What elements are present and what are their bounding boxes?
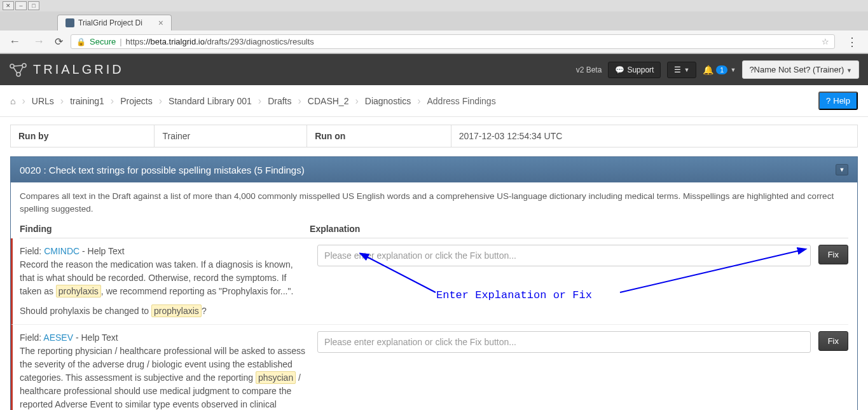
run-by-label: Run by [11,125,155,147]
secure-label: Secure [90,37,116,46]
field-link[interactable]: AESEV [43,332,73,343]
app-header: TRIALGRID v2 Beta 💬Support ☰▼ 🔔 1 ▼ ?Nam… [0,54,868,85]
tab-title: TrialGrid Project Di [78,18,142,27]
panel-body: Compares all text in the Draft against a… [11,182,857,410]
explanation-cell: Fix [317,245,848,318]
breadcrumb-item-active: Address Findings [427,96,495,106]
finding-row: Field: CMINDC - Help Text Record the rea… [11,238,848,325]
support-button[interactable]: 💬Support [608,62,661,78]
notifications-button[interactable]: 🔔 1 ▼ [703,65,736,75]
favicon-icon [65,18,74,27]
url-separator: | [120,37,121,46]
content-area: Run by Trainer Run on 2017-12-03 12:54:3… [0,125,868,410]
breadcrumb-item[interactable]: CDASH_2 [308,96,349,106]
tab-close-icon[interactable]: × [158,18,163,28]
breadcrumb-item[interactable]: training1 [70,96,104,106]
findings-header: Finding Explanation [20,224,848,238]
breadcrumb-sep: › [60,95,64,107]
finding-row: Field: AESEV - Help Text The reporting p… [11,325,848,411]
browser-chrome: ✕ – □ TrialGrid Project Di × ← → ⟳ 🔒 Sec… [0,0,868,54]
finding-text: Field: AESEV - Help Text The reporting p… [20,331,310,411]
address-bar: ← → ⟳ 🔒 Secure | https://beta.trialgrid.… [0,31,868,53]
svg-line-3 [13,67,17,73]
fix-button[interactable]: Fix [818,245,848,264]
panel-collapse-icon[interactable]: ▼ [836,164,848,175]
breadcrumb-item[interactable]: URLs [32,96,54,106]
explanation-cell: Fix [317,331,848,411]
window-close-icon[interactable]: ✕ [3,1,14,10]
list-icon: ☰ [674,65,681,74]
header-right: v2 Beta 💬Support ☰▼ 🔔 1 ▼ ?Name Not Set?… [576,60,859,79]
diagnostic-panel: 0020 : Check text strings for possible s… [10,156,858,410]
explanation-input[interactable] [317,331,811,353]
panel-header[interactable]: 0020 : Check text strings for possible s… [11,157,857,182]
breadcrumb-item[interactable]: Standard Library 001 [169,96,252,106]
logo-icon [9,62,28,78]
window-controls: ✕ – □ [0,0,868,11]
chevron-down-icon: ▼ [846,67,852,74]
misspelling-highlight: prohylaxis [56,285,101,297]
tab-bar: TrialGrid Project Di × [0,11,868,31]
bookmark-star-icon[interactable]: ☆ [822,37,829,46]
breadcrumb-sep: › [111,95,114,107]
back-icon[interactable]: ← [6,35,23,48]
run-info-table: Run by Trainer Run on 2017-12-03 12:54:3… [10,125,858,147]
suggestion-text: Should prohylaxis be changed to prophyla… [20,304,310,318]
list-menu-button[interactable]: ☰▼ [667,62,696,78]
breadcrumb-sep: › [355,95,358,107]
help-icon: ? [826,96,830,106]
col-finding-header: Finding [20,224,310,234]
home-icon[interactable]: ⌂ [10,96,15,106]
user-menu-button[interactable]: ?Name Not Set? (Trainer) ▼ [742,60,859,79]
bell-icon: 🔔 [703,65,713,75]
svg-line-4 [20,67,23,73]
panel-title: 0020 : Check text strings for possible s… [20,165,305,175]
explanation-input[interactable] [317,245,811,266]
breadcrumb-sep: › [417,95,420,107]
forward-icon: → [31,35,47,48]
browser-tab[interactable]: TrialGrid Project Di × [57,15,172,31]
window-min-icon[interactable]: – [15,1,27,10]
logo[interactable]: TRIALGRID [9,62,124,78]
breadcrumb-sep: › [298,95,301,107]
chevron-down-icon: ▼ [730,67,736,73]
url-input[interactable]: 🔒 Secure | https://beta.trialgrid.io/dra… [71,34,835,49]
field-link[interactable]: CMINDC [44,246,79,256]
url-text: https://beta.trialgrid.io/drafts/293/dia… [126,37,314,46]
findings-table: Finding Explanation Field: CMINDC - Help… [20,224,848,411]
svg-line-5 [14,65,22,66]
breadcrumb-item[interactable]: Projects [120,96,153,106]
suggestion-highlight: prophylaxis [151,304,202,317]
col-explain-header: Explanation [310,224,848,234]
finding-text: Field: CMINDC - Help Text Record the rea… [20,245,310,318]
misspelling-highlight: phsycian [256,371,296,384]
breadcrumb-item[interactable]: Diagnostics [365,96,411,106]
reload-icon[interactable]: ⟳ [55,36,63,48]
run-by-value: Trainer [155,125,307,147]
panel-description: Compares all text in the Draft against a… [20,190,848,216]
browser-menu-icon[interactable]: ⋮ [843,35,862,49]
logo-text: TRIALGRID [33,62,124,77]
chat-icon: 💬 [615,65,624,74]
notif-badge: 1 [716,65,727,74]
chevron-down-icon: ▼ [684,67,689,73]
run-on-label: Run on [307,125,451,147]
beta-label: v2 Beta [576,65,602,74]
breadcrumb-sep: › [258,95,261,107]
help-button[interactable]: ?Help [818,92,858,110]
window-max-icon[interactable]: □ [28,1,39,10]
fix-button[interactable]: Fix [818,331,848,351]
run-on-value: 2017-12-03 12:54:34 UTC [451,125,857,147]
breadcrumb: ⌂ › URLs › training1 › Projects › Standa… [0,85,868,117]
breadcrumb-sep: › [22,95,25,107]
lock-icon: 🔒 [76,38,86,46]
breadcrumb-item[interactable]: Drafts [268,96,291,106]
breadcrumb-sep: › [159,95,162,107]
